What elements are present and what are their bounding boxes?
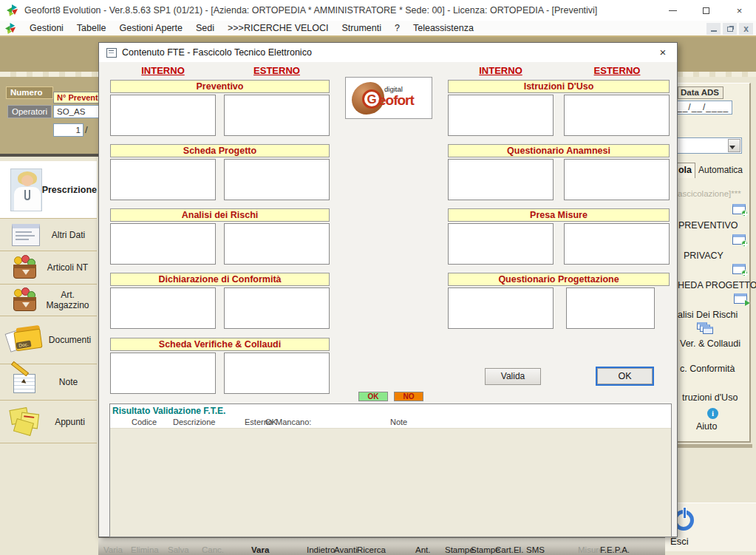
divider (0, 154, 98, 157)
panel-item-aiuto[interactable]: Aiuto (696, 421, 718, 432)
section-header-quest-progettazione: Questionario Progettazione (448, 273, 670, 286)
panel-item-scheda-progetto[interactable]: HEDA PROGETTO (678, 280, 756, 290)
menu-sedi[interactable]: Sedi (196, 23, 214, 33)
menu-ricerche-veloci[interactable]: >>>RICERCHE VELOCI (228, 23, 329, 33)
operatori-button[interactable]: Operatori (7, 105, 52, 118)
menu-teleassistenza[interactable]: Teleassistenza (413, 23, 474, 33)
window-add-icon[interactable] (732, 234, 746, 245)
panel-item-istruzioni-uso[interactable]: truzioni d'Uso (682, 392, 738, 403)
toolbar-vara[interactable]: Vara (251, 545, 269, 554)
listbox-dich-conformita-esterno[interactable] (224, 287, 330, 329)
listbox-presa-misure-esterno[interactable] (564, 223, 670, 265)
sidebar-item-prescrizione[interactable]: Prescrizione (0, 161, 97, 219)
mdi-close-icon[interactable]: x (739, 23, 753, 35)
menu-gestioni[interactable]: Gestioni (30, 23, 64, 33)
col-header-interno-right: INTERNO (448, 65, 554, 77)
window-arrow-icon[interactable] (734, 293, 747, 304)
listbox-verifiche-collaudi-interno[interactable] (110, 353, 216, 394)
panel-item-ver-collaudi[interactable]: Ver. & Collaudi (680, 338, 740, 349)
menu-tabelle[interactable]: Tabelle (77, 23, 106, 33)
menu-help[interactable]: ? (395, 23, 400, 33)
dialog-title: Contenuto FTE - Fascicolo Tecnico Elettr… (122, 47, 312, 58)
section-header-presa-misure: Presa Misure (448, 208, 670, 222)
form-window-icon (12, 224, 40, 246)
window-add-icon[interactable] (732, 264, 746, 274)
sidebar-item-altri-dati[interactable]: Altri Dati (0, 219, 97, 251)
listbox-scheda-progetto-interno[interactable] (110, 159, 216, 200)
listbox-verifiche-collaudi-esterno[interactable] (224, 353, 330, 394)
tab-manuale[interactable]: ola (678, 163, 695, 178)
ads-combobox[interactable] (678, 137, 742, 154)
logo-name-text: eofort (378, 92, 414, 109)
listbox-preventivo-esterno[interactable] (224, 95, 330, 136)
result-title: Risultato Validazione F.T.E. (112, 406, 225, 416)
panel-item-analisi-rischi[interactable]: alisi Dei Rischi (678, 310, 738, 320)
sidebar-item-documenti[interactable]: Doc. Documenti (0, 316, 97, 364)
toolbar-sms[interactable]: SMS (526, 545, 545, 554)
toolbar-salva: Salva (168, 545, 189, 554)
toolbar-cart-el[interactable]: Cart.El. (495, 545, 523, 554)
page-separator: / (85, 124, 88, 135)
ok-button[interactable]: OK (596, 367, 654, 386)
toolbar-ant[interactable]: Ant. (415, 545, 430, 554)
section-header-istruzioni-uso: Istruzioni D'Uso (448, 80, 670, 93)
toolbar-ricerca[interactable]: Ricerca (357, 545, 386, 554)
dialog-titlebar: Contenuto FTE - Fascicolo Tecnico Elettr… (99, 43, 677, 62)
listbox-presa-misure-interno[interactable] (448, 223, 554, 265)
listbox-dich-conformita-interno[interactable] (110, 287, 216, 329)
mdi-restore-icon[interactable] (723, 23, 737, 35)
info-icon[interactable] (707, 408, 718, 419)
listbox-scheda-progetto-esterno[interactable] (224, 159, 330, 200)
doctor-photo-icon (10, 168, 42, 211)
result-body[interactable] (110, 429, 671, 537)
minimize-icon[interactable] (656, 0, 689, 21)
section-header-preventivo: Preventivo (110, 80, 330, 93)
listbox-quest-anamnesi-interno[interactable] (448, 159, 554, 200)
numero-label: Numero (6, 86, 53, 99)
listbox-analisi-rischi-esterno[interactable] (224, 223, 330, 265)
maximize-icon[interactable] (689, 0, 723, 21)
valida-button[interactable]: Valida (485, 368, 541, 385)
sidebar-item-art-magazzino[interactable]: Art. Magazzino (0, 285, 97, 316)
toolbar-avanti[interactable]: Avanti (334, 545, 358, 554)
panel-item-dic-conformita[interactable]: c. Conformità (680, 364, 735, 374)
window-add-icon[interactable] (732, 204, 746, 214)
listbox-quest-progettazione-esterno[interactable] (566, 287, 655, 329)
windows-stack-icon[interactable] (697, 322, 713, 334)
section-header-analisi-rischi: Analisi dei Rischi (110, 208, 330, 222)
geofort-app-icon (6, 4, 18, 16)
toolbar-fepa[interactable]: F.E.P.A. (600, 545, 630, 554)
listbox-analisi-rischi-interno[interactable] (110, 223, 216, 265)
data-ads-input[interactable]: __/__/____ (678, 101, 732, 115)
tab-automatica[interactable]: Automatica (698, 165, 743, 175)
esci-label: Esci (670, 536, 689, 547)
menu-gestioni-aperte[interactable]: Gestioni Aperte (119, 23, 182, 33)
listbox-preventivo-interno[interactable] (110, 95, 216, 136)
listbox-istruzioni-uso-esterno[interactable] (564, 95, 670, 136)
mdi-minimize-icon[interactable] (706, 23, 721, 35)
menu-strumenti[interactable]: Strumenti (342, 23, 382, 33)
panel-item-preventivo[interactable]: PREVENTIVO (678, 220, 738, 231)
close-icon[interactable]: × (723, 0, 756, 21)
sidebar-item-appunti[interactable]: Appunti (0, 401, 97, 443)
bottom-toolbar: Varia Elimina Salva Canc. Vara Indietro … (98, 537, 665, 555)
panel-item-privacy[interactable]: PRIVACY (684, 251, 723, 261)
dialog-close-icon[interactable]: × (655, 45, 671, 60)
page-number-input[interactable]: 1 (53, 123, 84, 137)
panel-shadow (678, 444, 752, 448)
listbox-quest-progettazione-interno[interactable] (448, 287, 554, 329)
fascicolazione-status: ascicolazione]*** (678, 189, 741, 198)
listbox-istruzioni-uso-interno[interactable] (448, 95, 554, 136)
basket-icon (12, 287, 38, 313)
sidebar-item-articoli-nt[interactable]: Articoli NT (0, 251, 97, 285)
chevron-down-icon[interactable] (728, 139, 740, 152)
toolbar-indietro[interactable]: Indietro (307, 545, 335, 554)
sidebar-item-note[interactable]: Note (0, 364, 97, 401)
n-preventivo-label: N° Prevent (53, 92, 98, 103)
fte-dialog: Contenuto FTE - Fascicolo Tecnico Elettr… (98, 42, 678, 537)
listbox-quest-anamnesi-esterno[interactable] (564, 159, 670, 200)
n-preventivo-input[interactable]: SO_AS (53, 105, 98, 118)
col-header-esterno-left: ESTERNO (224, 65, 330, 77)
validation-result-panel: Risultato Validazione F.T.E. Codice Desc… (109, 404, 672, 537)
toolbar-stampe-1[interactable]: Stampe (445, 545, 474, 554)
